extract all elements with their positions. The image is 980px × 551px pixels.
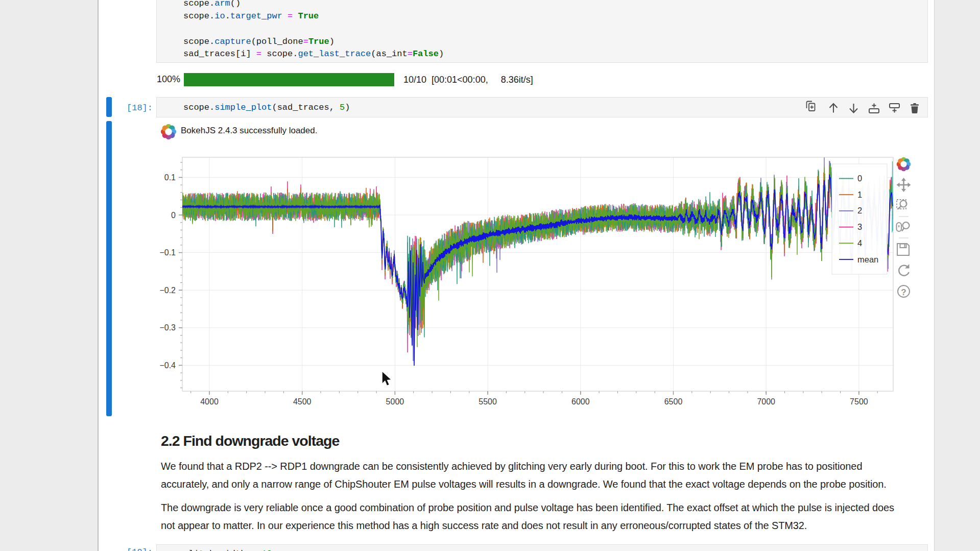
svg-text:0: 0 [857, 174, 862, 183]
svg-text:6500: 6500 [664, 397, 683, 406]
svg-text:5500: 5500 [479, 397, 497, 406]
svg-text:0.1: 0.1 [164, 173, 176, 182]
svg-text:?: ? [901, 288, 906, 297]
svg-text:mean: mean [857, 255, 878, 264]
svg-text:4000: 4000 [200, 397, 219, 406]
svg-text:2: 2 [857, 206, 862, 215]
svg-text:−0.3: −0.3 [159, 323, 176, 332]
svg-text:1: 1 [857, 190, 862, 199]
svg-text:3: 3 [857, 222, 862, 231]
svg-text:−0.2: −0.2 [159, 286, 176, 295]
svg-text:4: 4 [857, 238, 862, 248]
svg-text:4500: 4500 [293, 397, 312, 406]
svg-text:6000: 6000 [571, 397, 590, 406]
svg-text:−0.4: −0.4 [159, 361, 176, 370]
svg-text:7000: 7000 [757, 397, 775, 406]
svg-text:5000: 5000 [386, 397, 404, 406]
svg-text:−0.1: −0.1 [159, 248, 176, 257]
svg-text:7500: 7500 [850, 397, 868, 406]
svg-text:0: 0 [171, 211, 176, 220]
